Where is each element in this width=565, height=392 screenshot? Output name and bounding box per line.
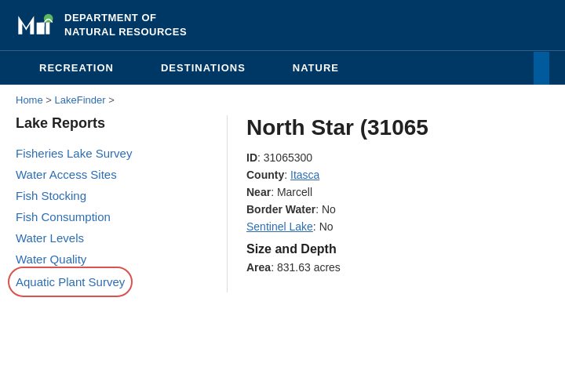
sidebar-item-water-quality[interactable]: Water Quality	[16, 249, 211, 270]
lake-border-water-label: Border Water	[246, 203, 315, 216]
lake-area-label: Area	[246, 261, 271, 274]
lake-near-value: Marcell	[277, 186, 312, 198]
logo-text: DEPARTMENT OF NATURAL RESOURCES	[64, 11, 187, 39]
sidebar: Lake Reports Fisheries Lake Survey Water…	[16, 115, 228, 292]
lake-title: North Star (31065	[246, 115, 549, 140]
main-nav: RECREATION DESTINATIONS NATURE	[0, 50, 565, 85]
lake-id-value: 31065300	[264, 151, 312, 164]
nav-recreation[interactable]: RECREATION	[16, 51, 137, 85]
main-content: North Star (31065 ID: 31065300 County: I…	[228, 115, 549, 292]
mnr-logo-icon	[16, 9, 55, 41]
breadcrumb-lakefinder[interactable]: LakeFinder	[55, 94, 106, 106]
sidebar-item-water-levels[interactable]: Water Levels	[16, 227, 211, 249]
nav-right-indicator	[534, 52, 549, 85]
lake-area-row: Area: 831.63 acres	[246, 261, 549, 274]
logo-area: DEPARTMENT OF NATURAL RESOURCES	[16, 9, 187, 41]
lake-county-label: County	[246, 169, 284, 181]
lake-id-row: ID: 31065300	[246, 151, 549, 164]
lake-border-water-value: No	[322, 203, 336, 216]
content-area: Lake Reports Fisheries Lake Survey Water…	[0, 115, 565, 292]
lake-sentinel-link[interactable]: Sentinel Lake	[246, 220, 313, 233]
sidebar-item-fish-consumption[interactable]: Fish Consumption	[16, 206, 211, 227]
lake-sentinel-value: No	[319, 220, 334, 233]
nav-destinations[interactable]: DESTINATIONS	[137, 51, 269, 85]
breadcrumb: Home > LakeFinder >	[0, 85, 565, 115]
sidebar-item-fisheries[interactable]: Fisheries Lake Survey	[16, 143, 211, 164]
lake-near-row: Near: Marcell	[246, 186, 549, 198]
size-depth-heading: Size and Depth	[246, 242, 549, 256]
lake-area-value: 831.63 acres	[277, 261, 341, 274]
lake-border-water-row: Border Water: No	[246, 203, 549, 216]
header: DEPARTMENT OF NATURAL RESOURCES	[0, 0, 565, 50]
breadcrumb-sep1: >	[46, 94, 54, 106]
breadcrumb-sep2: >	[108, 94, 115, 106]
sidebar-title: Lake Reports	[16, 115, 211, 132]
nav-nature[interactable]: NATURE	[269, 51, 363, 85]
lake-sentinel-row: Sentinel Lake: No	[246, 220, 549, 233]
lake-near-label: Near	[246, 186, 271, 198]
sidebar-item-water-access[interactable]: Water Access Sites	[16, 164, 211, 185]
lake-county-link[interactable]: Itasca	[290, 169, 319, 181]
lake-id-label: ID	[246, 151, 257, 164]
lake-county-row: County: Itasca	[246, 169, 549, 181]
sidebar-item-aquatic-plant[interactable]: Aquatic Plant Survey	[16, 271, 125, 292]
sidebar-item-fish-stocking[interactable]: Fish Stocking	[16, 185, 211, 206]
breadcrumb-home[interactable]: Home	[16, 94, 43, 106]
